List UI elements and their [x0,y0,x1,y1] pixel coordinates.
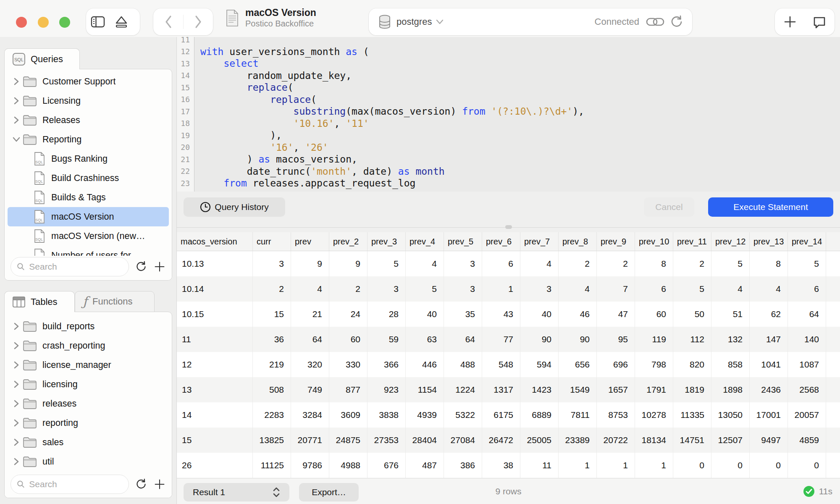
cell-prev_13[interactable]: 147 [750,327,788,352]
code-line-11[interactable]: 11 [177,37,840,46]
cell-macos_version[interactable]: 10.15 [177,302,253,327]
code-line-13[interactable]: 13 select [177,58,840,70]
cell-prev_12[interactable]: 13050 [711,402,750,428]
result-selector[interactable]: Result 1 [184,483,289,501]
cell-prev_10[interactable]: 1 [635,453,673,478]
disclosure-collapsed-icon[interactable] [13,438,20,447]
cell-prev_12[interactable]: 12507 [711,428,750,453]
cell-prev_10[interactable]: 60 [635,302,673,327]
sql-editor[interactable]: 1112with user_versions_month as (13 sele… [177,37,840,192]
cell-prev[interactable]: 64 [291,327,329,352]
cell-prev_13[interactable]: 1041 [750,352,788,377]
cell-macos_version[interactable]: 14 [177,402,253,428]
cell-macos_version[interactable]: 13 [177,377,253,402]
cell-prev_5[interactable]: 3 [444,276,482,302]
schema-item-license-manager[interactable]: license_manager [8,355,169,375]
back-button[interactable] [153,8,183,35]
schema-item-util[interactable]: util [8,452,169,471]
close-window-button[interactable] [16,17,27,28]
disclosure-collapsed-icon[interactable] [13,77,20,86]
cell-macos_version[interactable]: 10.13 [177,251,253,276]
cell-prev_13[interactable]: 2436 [750,377,788,402]
disclosure-collapsed-icon[interactable] [13,360,20,370]
cell-prev_9[interactable]: 7 [597,276,635,302]
disclosure-expanded-icon[interactable] [12,136,21,143]
cell-prev_8[interactable]: 4 [559,276,597,302]
cell-prev_8[interactable]: 2 [559,251,597,276]
tables-search-input[interactable] [28,479,123,490]
schema-item-licensing[interactable]: licensing [8,375,169,394]
cell-prev_8[interactable]: 1 [559,453,597,478]
queries-search-field[interactable] [10,257,129,276]
query-item-macos-version[interactable]: SQLmacOS Version [8,207,169,226]
column-header-prev[interactable]: prev [291,232,329,251]
cell-prev[interactable]: 4 [291,276,329,302]
chevron-down-icon[interactable] [436,19,444,24]
cell-prev_8[interactable]: 656 [559,352,597,377]
cell-prev_12[interactable]: 1898 [711,377,750,402]
cell-prev_7[interactable]: 90 [520,327,559,352]
disclosure-collapsed-icon[interactable] [13,116,20,125]
cell-prev_14[interactable]: 5 [788,251,826,276]
cell-prev_14[interactable]: 140 [788,327,826,352]
cell-prev[interactable]: 749 [291,377,329,402]
disclosure-collapsed-icon[interactable] [13,380,20,389]
cell-prev_4[interactable]: 40 [406,302,444,327]
cell-prev_9[interactable]: 20722 [597,428,635,453]
cell-prev_4[interactable]: 446 [406,352,444,377]
execute-statement-button[interactable]: Execute Statement [708,197,833,217]
cell-prev_11[interactable]: 1819 [673,377,711,402]
cell-prev_7[interactable]: 11 [520,453,559,478]
query-item-build-crashiness[interactable]: SQLBuild Crashiness [8,168,169,188]
cell-prev_5[interactable]: 3 [444,251,482,276]
cell-macos_version[interactable]: 26 [177,453,253,478]
cell-prev_2[interactable]: 330 [329,352,368,377]
export-button[interactable]: Export… [299,483,359,501]
column-header-prev_7[interactable]: prev_7 [520,232,559,251]
cell-prev_13[interactable]: 62 [750,302,788,327]
disclosure-collapsed-icon[interactable] [13,341,20,350]
cell-curr[interactable]: 3 [253,251,291,276]
code-line-22[interactable]: 22 date_trunc('month', date) as month [177,165,840,178]
cell-prev_12[interactable]: 5 [711,251,750,276]
cell-macos_version[interactable]: 10.14 [177,276,253,302]
cell-prev_10[interactable]: 18134 [635,428,673,453]
cell-prev_13[interactable]: 9497 [750,428,788,453]
cell-prev_12[interactable]: 858 [711,352,750,377]
cell-prev_3[interactable]: 5 [368,251,406,276]
cell-prev_3[interactable]: 59 [368,327,406,352]
schema-item-build-reports[interactable]: build_reports [8,317,169,336]
cell-macos_version[interactable]: 15 [177,428,253,453]
cell-prev_10[interactable]: 8 [635,251,673,276]
cell-curr[interactable]: 2 [253,276,291,302]
disclosure-collapsed-icon[interactable] [13,96,20,105]
cell-curr[interactable]: 11125 [253,453,291,478]
cell-prev_5[interactable]: 64 [444,327,482,352]
cell-prev_2[interactable]: 60 [329,327,368,352]
column-header-prev_9[interactable]: prev_9 [597,232,635,251]
cell-prev_3[interactable]: 366 [368,352,406,377]
cell-prev_7[interactable]: 1423 [520,377,559,402]
cell-prev_2[interactable]: 24875 [329,428,368,453]
cell-prev_10[interactable]: 798 [635,352,673,377]
cell-prev_7[interactable]: 25005 [520,428,559,453]
tab-functions[interactable]: ƒ Functions [75,291,155,312]
column-header-prev_5[interactable]: prev_5 [444,232,482,251]
cell-prev_4[interactable]: 4939 [406,402,444,428]
cell-prev_5[interactable]: 386 [444,453,482,478]
cell-prev_9[interactable]: 2 [597,251,635,276]
cell-prev_13[interactable]: 4 [750,276,788,302]
cell-prev_6[interactable]: 548 [482,352,520,377]
cell-prev_7[interactable]: 3 [520,276,559,302]
cell-prev_12[interactable]: 132 [711,327,750,352]
cell-prev_5[interactable]: 35 [444,302,482,327]
cell-prev_14[interactable]: 20057 [788,402,826,428]
cell-prev_13[interactable]: 0 [750,453,788,478]
cell-prev_3[interactable]: 28 [368,302,406,327]
cell-prev_10[interactable]: 1791 [635,377,673,402]
cell-prev_9[interactable]: 696 [597,352,635,377]
cell-prev[interactable]: 3284 [291,402,329,428]
cell-prev_4[interactable]: 487 [406,453,444,478]
cell-prev_4[interactable]: 1154 [406,377,444,402]
query-item-reporting[interactable]: Reporting [8,130,169,149]
